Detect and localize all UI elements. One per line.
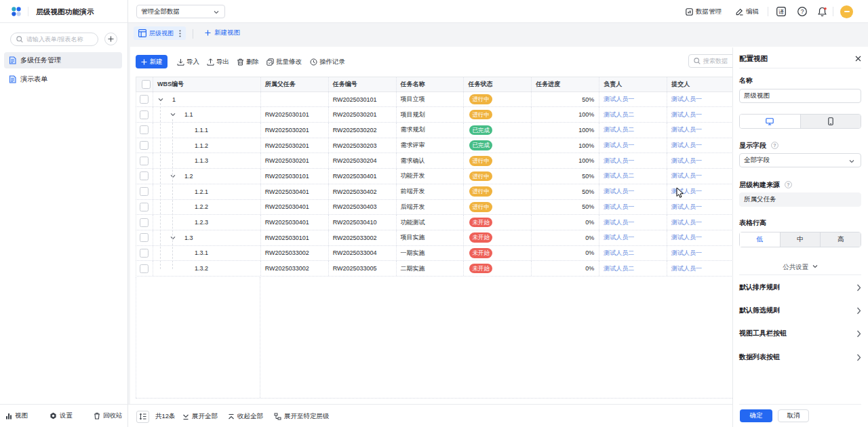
svg-text:?: ? xyxy=(801,8,804,15)
svg-text:?: ? xyxy=(787,182,789,187)
svg-text:?: ? xyxy=(773,143,776,148)
svg-text:译: 译 xyxy=(778,9,784,15)
